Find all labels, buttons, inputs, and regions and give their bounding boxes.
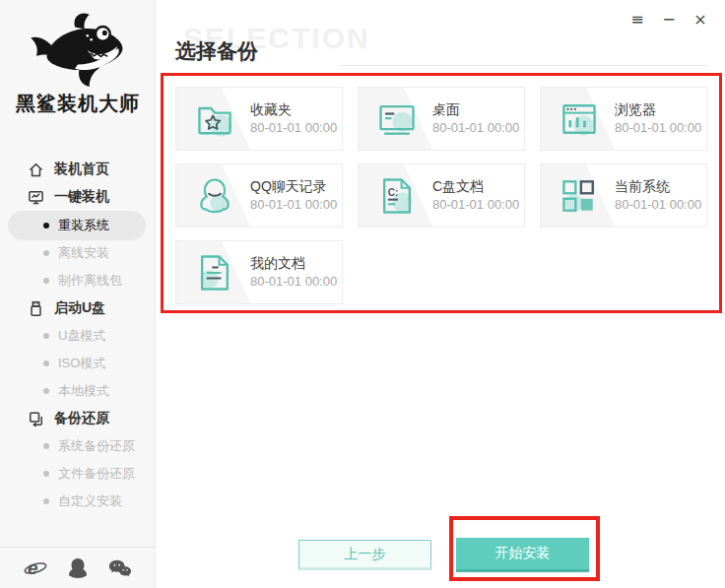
sidebar-item-label: 一键装机 xyxy=(54,188,109,206)
sidebar-item-label: ISO模式 xyxy=(58,355,105,372)
shark-logo-icon xyxy=(0,8,156,89)
backup-card-my-documents[interactable]: 我的文档 80-01-01 00:00 xyxy=(175,240,343,304)
backup-card-qq-history[interactable]: QQ聊天记录 80-01-01 00:00 xyxy=(175,163,343,228)
sidebar-item-file-backup-restore[interactable]: 文件备份还原 xyxy=(0,460,156,488)
sidebar-item-onekey[interactable]: 一键装机 xyxy=(0,183,156,211)
card-title: 浏览器 xyxy=(615,100,701,119)
backup-cards-grid: 收藏夹 80-01-01 00:00 桌面 80-01-01 00:00 xyxy=(175,87,707,304)
card-title: 我的文档 xyxy=(250,254,337,273)
menu-icon[interactable]: ≡ xyxy=(626,8,648,30)
sidebar-item-offline-install[interactable]: 离线安装 xyxy=(0,239,156,267)
bullet-icon xyxy=(43,278,49,284)
card-date: 80-01-01 00:00 xyxy=(615,119,701,137)
sidebar-item-reinstall-system[interactable]: 重装系统 xyxy=(0,211,156,239)
bullet-icon xyxy=(43,250,49,256)
card-title: C盘文档 xyxy=(432,177,519,196)
sidebar-item-label: 制作离线包 xyxy=(58,272,122,290)
browser-icon xyxy=(558,98,601,141)
sidebar-item-system-backup-restore[interactable]: 系统备份还原 xyxy=(0,432,156,460)
svg-text:C:: C: xyxy=(388,187,399,198)
backup-card-browser[interactable]: 浏览器 80-01-01 00:00 xyxy=(540,87,707,151)
sidebar-item-local-mode[interactable]: 本地模式 xyxy=(0,377,156,405)
favorites-folder-icon xyxy=(193,98,236,141)
sidebar-item-label: 启动U盘 xyxy=(54,299,105,317)
backup-restore-icon xyxy=(28,411,44,427)
sidebar-item-label: 文件备份还原 xyxy=(58,465,135,483)
title-underline xyxy=(340,65,707,66)
card-title: 桌面 xyxy=(432,100,519,119)
desktop-icon xyxy=(375,98,419,141)
bullet-icon xyxy=(43,388,49,394)
sidebar-item-label: 备份还原 xyxy=(54,410,109,427)
backup-card-desktop[interactable]: 桌面 80-01-01 00:00 xyxy=(358,87,525,151)
sidebar-footer: e xyxy=(0,547,156,588)
card-text: C盘文档 80-01-01 00:00 xyxy=(432,177,519,214)
bullet-icon xyxy=(43,471,49,477)
sidebar-item-backup-restore[interactable]: 备份还原 xyxy=(0,405,156,432)
card-text: 收藏夹 80-01-01 00:00 xyxy=(250,100,337,137)
sidebar-item-label: 装机首页 xyxy=(54,161,109,178)
minimize-icon[interactable]: − xyxy=(658,8,680,30)
c-drive-document-icon: C: xyxy=(375,174,419,218)
svg-text:e: e xyxy=(28,557,38,578)
card-date: 80-01-01 00:00 xyxy=(250,196,337,214)
brand-name: 黑鲨装机大师 xyxy=(0,91,156,117)
backup-card-c-drive-docs[interactable]: C: C盘文档 80-01-01 00:00 xyxy=(358,163,525,228)
backup-card-current-system[interactable]: 当前系统 80-01-01 00:00 xyxy=(540,163,707,228)
card-date: 80-01-01 00:00 xyxy=(250,273,337,291)
current-system-icon xyxy=(558,174,601,218)
sidebar-item-make-offline-pack[interactable]: 制作离线包 xyxy=(0,267,156,294)
card-date: 80-01-01 00:00 xyxy=(432,196,519,214)
qq-penguin-icon xyxy=(193,174,236,218)
card-date: 80-01-01 00:00 xyxy=(250,119,337,137)
app-window: 黑鲨装机大师 装机首页 一键装机 重装系统 离 xyxy=(0,0,725,588)
card-date: 80-01-01 00:00 xyxy=(615,196,701,214)
sidebar-item-label: U盘模式 xyxy=(58,327,105,345)
card-title: QQ聊天记录 xyxy=(250,177,337,196)
sidebar-item-boot-usb[interactable]: 启动U盘 xyxy=(0,294,156,322)
sidebar-item-home[interactable]: 装机首页 xyxy=(0,156,156,183)
backup-card-favorites[interactable]: 收藏夹 80-01-01 00:00 xyxy=(175,87,343,151)
card-text: 浏览器 80-01-01 00:00 xyxy=(615,100,701,137)
sidebar-item-label: 重装系统 xyxy=(58,217,109,234)
sidebar: 黑鲨装机大师 装机首页 一键装机 重装系统 离 xyxy=(0,0,156,588)
bullet-icon xyxy=(43,498,49,504)
card-text: 桌面 80-01-01 00:00 xyxy=(432,100,519,137)
card-title: 收藏夹 xyxy=(250,100,337,119)
wechat-icon[interactable] xyxy=(108,557,132,579)
onekey-monitor-icon xyxy=(28,189,44,206)
bullet-icon xyxy=(43,360,49,366)
bullet-icon xyxy=(43,443,49,449)
sidebar-menu: 装机首页 一键装机 重装系统 离线安装 制作离线包 xyxy=(0,156,156,515)
sidebar-item-usb-mode[interactable]: U盘模式 xyxy=(0,322,156,350)
my-documents-icon xyxy=(193,251,236,294)
sidebar-item-label: 本地模式 xyxy=(58,382,109,400)
sidebar-item-label: 自定义安装 xyxy=(58,492,122,510)
prev-step-button[interactable]: 上一步 xyxy=(298,540,431,570)
sidebar-item-label: 系统备份还原 xyxy=(58,437,135,455)
sidebar-item-custom-install[interactable]: 自定义安装 xyxy=(0,488,156,515)
start-install-button[interactable]: 开始安装 xyxy=(456,538,589,572)
qq-icon[interactable] xyxy=(66,557,90,579)
page-title: 选择备份 xyxy=(175,37,258,65)
card-text: 我的文档 80-01-01 00:00 xyxy=(250,254,337,291)
sidebar-item-iso-mode[interactable]: ISO模式 xyxy=(0,350,156,377)
ie-browser-icon[interactable]: e xyxy=(24,557,47,579)
close-icon[interactable]: × xyxy=(690,8,711,30)
bullet-icon xyxy=(43,333,49,339)
usb-drive-icon xyxy=(28,300,44,317)
window-controls: ≡ − × xyxy=(626,8,711,30)
brand: 黑鲨装机大师 xyxy=(0,8,156,117)
card-text: 当前系统 80-01-01 00:00 xyxy=(615,177,701,214)
card-title: 当前系统 xyxy=(615,177,701,196)
sidebar-item-label: 离线安装 xyxy=(58,244,109,262)
home-icon xyxy=(28,162,44,178)
card-text: QQ聊天记录 80-01-01 00:00 xyxy=(250,177,337,214)
bullet-icon xyxy=(43,223,49,229)
card-date: 80-01-01 00:00 xyxy=(432,119,519,137)
